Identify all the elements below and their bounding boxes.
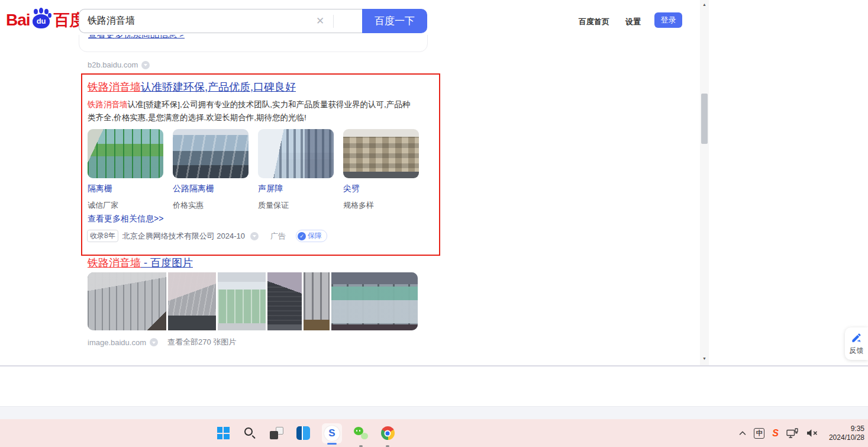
chrome-button[interactable] (380, 422, 395, 445)
chevron-down-icon[interactable] (141, 61, 150, 69)
title-keyword: 铁路消音墙 (88, 257, 141, 269)
caption-link[interactable]: 尖劈 (343, 184, 420, 194)
blue-panels-app-icon (296, 426, 310, 440)
nav-settings[interactable]: 设置 (625, 17, 641, 27)
sogou-browser-button[interactable]: S (322, 423, 342, 443)
browser-bottom-border (0, 365, 868, 366)
source-url: b2b.baidu.com (88, 60, 138, 69)
search-submit-button[interactable]: 百度一下 (362, 9, 427, 33)
title-rest: - 百度图片 (141, 257, 193, 269)
tray-date: 2024/10/28 (829, 433, 864, 442)
baidu-logo[interactable]: Bai du 百度 (6, 8, 86, 29)
ad-source-company: 北京企腾网络技术有限公司 2024-10 (122, 231, 245, 242)
source-row-b2b: b2b.baidu.com (88, 60, 150, 69)
thumb-caption: 公路隔离栅 价格实惠 (173, 184, 250, 211)
task-view-button[interactable] (269, 422, 284, 445)
task-view-icon (270, 426, 283, 440)
blue-panels-app-button[interactable] (295, 422, 311, 445)
strip-photo-dark-barrier[interactable] (267, 272, 302, 330)
thumbnail-highway-barrier[interactable] (173, 129, 249, 178)
running-app-indicator (359, 445, 363, 447)
ad-result-title[interactable]: 铁路消音墙认准骄建环保,产品优质,口碑良好 (88, 80, 296, 94)
window-bottom-band (0, 406, 868, 419)
ime-language-indicator[interactable]: 中 (754, 428, 764, 439)
search-icon (243, 427, 256, 440)
scroll-up-arrow[interactable]: ▲ (700, 2, 709, 7)
strip-photo-teal-barrier[interactable] (331, 272, 418, 330)
screen: 查看更多优质商品信息 > b2b.baidu.com 铁路消音墙认准骄建环保,产… (0, 0, 868, 447)
scroll-down-arrow[interactable]: ▼ (700, 356, 709, 361)
baidu-guarantee-badge[interactable]: ✓ 保障 (296, 230, 327, 242)
volume-muted-icon[interactable] (806, 429, 818, 438)
caption-sub: 价格实惠 (173, 200, 250, 211)
caption-link[interactable]: 声屏障 (258, 184, 335, 194)
description-rest: 认准[骄建环保],公司拥有专业的技术团队,实力和产品质量获得业界的认可,产品种类… (88, 100, 410, 122)
search-results: 查看更多优质商品信息 > b2b.baidu.com 铁路消音墙认准骄建环保,产… (0, 0, 868, 447)
more-info-link[interactable]: 查看更多相关信息>> (88, 214, 163, 224)
thumbnail-sound-barrier[interactable] (258, 129, 334, 178)
strip-photo-curved-road[interactable] (168, 272, 216, 330)
logo-text-du: du (31, 17, 52, 25)
nav-baidu-home[interactable]: 百度首页 (579, 17, 609, 27)
sogou-browser-icon: S (324, 426, 340, 441)
thumbnail-fence[interactable] (88, 129, 163, 178)
login-button[interactable]: 登录 (654, 12, 682, 28)
ad-meta-row: 收录8年 北京企腾网络技术有限公司 2024-10 广告 ✓ 保障 (87, 230, 327, 242)
caption-sub: 诚信厂家 (88, 200, 164, 211)
strip-photo-rail-barrier[interactable] (88, 272, 166, 330)
strip-photo-inside-barrier[interactable] (304, 272, 330, 330)
chevron-down-icon[interactable] (150, 338, 158, 346)
feedback-label: 反馈 (850, 346, 864, 356)
start-button[interactable] (215, 422, 231, 445)
feedback-button[interactable]: 反馈 (845, 327, 868, 360)
logo-text-bai: Bai (6, 11, 30, 29)
running-app-indicator (386, 445, 389, 447)
ad-thumbnails (88, 129, 419, 178)
tray-chevron-up-icon[interactable] (739, 431, 746, 436)
taskbar-search-button[interactable] (242, 422, 257, 445)
network-icon[interactable] (786, 428, 799, 438)
image-result-title[interactable]: 铁路消音墙 - 百度图片 (88, 256, 193, 270)
strip-photo-green-barrier[interactable] (218, 272, 266, 330)
chevron-down-icon[interactable] (250, 232, 259, 240)
indexed-years-tag: 收录8年 (87, 230, 118, 242)
tray-clock[interactable]: 9:35 2024/10/28 (829, 425, 864, 442)
caption-sub: 质量保证 (258, 200, 335, 211)
chrome-icon (381, 426, 395, 440)
baidu-header: Bai du 百度 ✕ 百度一下 百度首页 设置 登录 (0, 0, 868, 35)
windows-start-icon (217, 427, 230, 439)
caption-link[interactable]: 隔离栅 (88, 184, 164, 194)
view-all-images-link[interactable]: 查看全部270 张图片 (167, 337, 236, 348)
thumb-caption: 隔离栅 诚信厂家 (88, 184, 164, 211)
baidu-paw-icon: du (31, 8, 52, 29)
ad-label: 广告 (270, 231, 286, 242)
clear-search-icon[interactable]: ✕ (313, 10, 327, 31)
pencil-icon (851, 332, 862, 343)
active-app-indicator (327, 443, 337, 445)
sogou-input-icon[interactable]: S (772, 428, 779, 439)
thumb-caption: 尖劈 规格多样 (343, 184, 420, 211)
wechat-icon (354, 426, 369, 440)
tray-time: 9:35 (829, 425, 864, 433)
source-row-image: image.baidu.com 查看全部270 张图片 (88, 337, 236, 348)
thumb-caption: 声屏障 质量保证 (258, 184, 335, 211)
system-tray: 中 S 9:35 2024/10/28 (739, 419, 864, 447)
description-keyword: 铁路消音墙 (88, 100, 128, 109)
wechat-button[interactable] (353, 422, 369, 445)
ad-result-description: 铁路消音墙认准[骄建环保],公司拥有专业的技术团队,实力和产品质量获得业界的认可… (88, 98, 418, 124)
check-icon: ✓ (298, 232, 306, 240)
caption-sub: 规格多样 (343, 200, 420, 211)
thumbnail-wedges[interactable] (343, 129, 419, 178)
search-divider (333, 15, 334, 28)
badge-label: 保障 (308, 231, 322, 241)
scrollbar-thumb[interactable] (701, 94, 708, 144)
caption-link[interactable]: 公路隔离栅 (173, 184, 250, 194)
title-rest: 认准骄建环保,产品优质,口碑良好 (141, 81, 296, 93)
title-keyword: 铁路消音墙 (88, 81, 141, 93)
source-url: image.baidu.com (88, 338, 146, 347)
taskbar-icons: S (215, 419, 395, 447)
image-result-strip (88, 272, 418, 330)
page-scrollbar[interactable]: ▲ ▼ (700, 0, 709, 365)
windows-taskbar: S 中 S (0, 419, 868, 447)
